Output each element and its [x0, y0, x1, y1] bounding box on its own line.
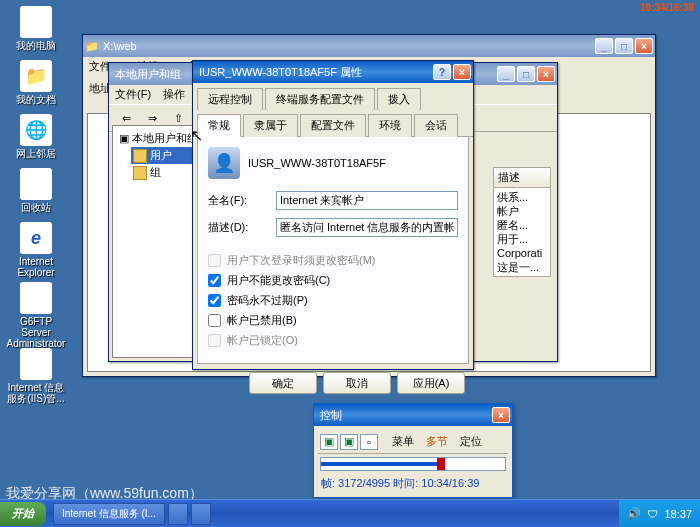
close-button[interactable]: × — [492, 407, 510, 423]
stop-button[interactable]: ▣ — [340, 434, 358, 450]
tray-icon[interactable]: 🔊 — [627, 507, 641, 520]
close-button[interactable]: × — [537, 66, 555, 82]
desktop-icon-network[interactable]: 🌐网上邻居 — [6, 114, 66, 159]
apply-button[interactable]: 应用(A) — [397, 372, 465, 394]
minimize-button[interactable]: _ — [497, 66, 515, 82]
progress-slider[interactable] — [320, 457, 506, 471]
tray-icon[interactable]: 🛡 — [647, 508, 658, 520]
tab-remote[interactable]: 远程控制 — [197, 88, 263, 110]
desktop-icon-ie[interactable]: eInternet Explorer — [6, 222, 66, 278]
start-button[interactable]: 开始 — [0, 502, 46, 526]
computer-icon: 🖥 — [20, 6, 52, 38]
list-item[interactable]: 供系... — [497, 190, 547, 204]
folder-icon — [133, 166, 147, 180]
tab-session[interactable]: 会话 — [414, 114, 458, 137]
tab-memberof[interactable]: 隶属于 — [243, 114, 298, 137]
ctrl-multi[interactable]: 多节 — [420, 432, 454, 451]
desktop-icon-mydocs[interactable]: 📁我的文档 — [6, 60, 66, 105]
properties-dialog[interactable]: IUSR_WWW-38T0T18AF5F 属性 ? × 远程控制 终端服务配置文… — [192, 60, 474, 370]
close-button[interactable]: × — [453, 64, 471, 80]
network-icon: 🌐 — [20, 114, 52, 146]
minimize-button[interactable]: _ — [595, 38, 613, 54]
list-item[interactable]: 匿名... — [497, 218, 547, 232]
username-label: IUSR_WWW-38T0T18AF5F — [248, 157, 386, 169]
ok-button[interactable]: 确定 — [249, 372, 317, 394]
user-icon: 👤 — [208, 147, 240, 179]
menu-action[interactable]: 操作 — [163, 87, 185, 102]
list-item[interactable]: Corporati — [497, 246, 547, 260]
folder-icon: 📁 — [20, 60, 52, 92]
list-item[interactable]: 用于... — [497, 232, 547, 246]
desktop-icon-mycomputer[interactable]: 🖥我的电脑 — [6, 6, 66, 51]
system-tray[interactable]: 🔊 🛡 18:37 — [619, 500, 700, 528]
control-titlebar[interactable]: 控制 × — [314, 404, 512, 426]
tab-general[interactable]: 常规 — [197, 114, 241, 137]
cancel-button[interactable]: 取消 — [323, 372, 391, 394]
ctrl-locate[interactable]: 定位 — [454, 432, 488, 451]
tab-terminal[interactable]: 终端服务配置文件 — [265, 88, 375, 110]
desktop-icon-recycle[interactable]: 🗑回收站 — [6, 168, 66, 213]
gear-icon: ⚙ — [20, 282, 52, 314]
cursor-icon: ↖ — [190, 126, 203, 145]
play-button[interactable]: ▣ — [320, 434, 338, 450]
tab-env[interactable]: 环境 — [368, 114, 412, 137]
timestamp-overlay: 10:34/16:38 — [640, 2, 694, 13]
control-status: 帧: 3172/4995 时间: 10:34/16:39 — [318, 474, 508, 493]
slider-thumb[interactable] — [437, 458, 445, 470]
maximize-button[interactable]: □ — [517, 66, 535, 82]
desktop-icon-g6ftp[interactable]: ⚙G6FTP Server Administrator — [6, 282, 66, 349]
task-button[interactable] — [191, 503, 211, 525]
properties-titlebar[interactable]: IUSR_WWW-38T0T18AF5F 属性 ? × — [193, 61, 473, 83]
tab-panel-general: 👤 IUSR_WWW-38T0T18AF5F 全名(F): 描述(D): 用户下… — [197, 137, 469, 364]
list-item[interactable]: 帐户 — [497, 204, 547, 218]
ie-icon: e — [20, 222, 52, 254]
control-toolbar: ▣ ▣ ▫ 菜单 多节 定位 — [318, 430, 508, 454]
rec-button[interactable]: ▫ — [360, 434, 378, 450]
server-icon: 🖧 — [20, 348, 52, 380]
tab-dialin[interactable]: 拨入 — [377, 88, 421, 110]
recycle-icon: 🗑 — [20, 168, 52, 200]
menu-file[interactable]: 文件(F) — [115, 87, 151, 102]
list-body: 供系... 帐户 匿名... 用于... Corporati 这是一... — [494, 188, 550, 276]
control-window[interactable]: 控制 × ▣ ▣ ▫ 菜单 多节 定位 帧: 3172/4995 时间: 10:… — [313, 403, 513, 498]
tabs-row2: 常规 隶属于 配置文件 环境 会话 — [193, 109, 473, 137]
task-button[interactable]: Internet 信息服务 (I... — [53, 503, 165, 525]
tabs-row1: 远程控制 终端服务配置文件 拨入 — [193, 83, 473, 109]
folder-icon: 📁 — [85, 40, 99, 53]
description-label: 描述(D): — [208, 220, 268, 235]
explorer-titlebar[interactable]: 📁 X:\web _ □ × — [83, 35, 655, 57]
dialog-buttons: 确定 取消 应用(A) — [193, 364, 473, 402]
maximize-button[interactable]: □ — [615, 38, 633, 54]
tab-profile[interactable]: 配置文件 — [300, 114, 366, 137]
close-button[interactable]: × — [635, 38, 653, 54]
folder-icon — [133, 149, 147, 163]
chk-locked: 帐户已锁定(O) — [208, 333, 458, 348]
description-input[interactable] — [276, 218, 458, 237]
chk-cannot-change[interactable]: 用户不能更改密码(C) — [208, 273, 458, 288]
help-button[interactable]: ? — [433, 64, 451, 80]
taskbar: 开始 Internet 信息服务 (I... 🔊 🛡 18:37 — [0, 499, 700, 527]
desktop-icon-iis[interactable]: 🖧Internet 信息服务(IIS)管... — [6, 348, 66, 404]
task-button[interactable] — [168, 503, 188, 525]
ctrl-menu[interactable]: 菜单 — [386, 432, 420, 451]
clock: 18:37 — [664, 508, 692, 520]
column-desc[interactable]: 描述 供系... 帐户 匿名... 用于... Corporati 这是一... — [493, 167, 551, 277]
fullname-input[interactable] — [276, 191, 458, 210]
fullname-label: 全名(F): — [208, 193, 268, 208]
chk-disabled[interactable]: 帐户已禁用(B) — [208, 313, 458, 328]
chk-must-change: 用户下次登录时须更改密码(M) — [208, 253, 458, 268]
chk-never-expire[interactable]: 密码永不过期(P) — [208, 293, 458, 308]
list-item[interactable]: 这是一... — [497, 260, 547, 274]
